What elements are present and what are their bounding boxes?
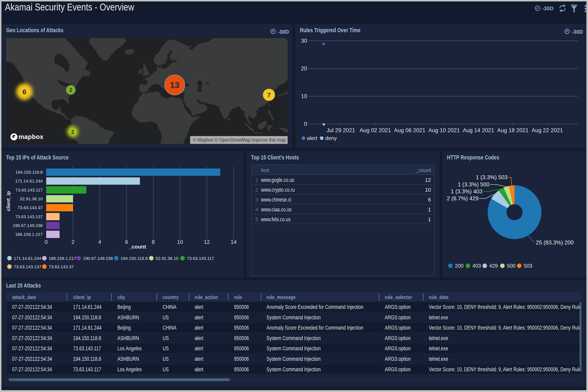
svg-text:0: 0: [304, 121, 307, 127]
svg-text:186.159.1.217: 186.159.1.217: [49, 256, 76, 261]
svg-text:2: 2: [72, 239, 74, 245]
svg-text:1 (3.3%) 403: 1 (3.3%) 403: [451, 188, 482, 194]
svg-text:73.63.143.137: 73.63.143.137: [14, 264, 41, 269]
svg-text:171.14.61.244: 171.14.61.244: [15, 178, 43, 183]
svg-text:13: 13: [170, 80, 180, 90]
svg-text:429: 429: [489, 263, 498, 269]
svg-text:2: 2: [71, 129, 74, 135]
svg-text:186.159.1.217: 186.159.1.217: [15, 232, 43, 237]
svg-text:mapbox: mapbox: [19, 133, 44, 140]
svg-text:403: 403: [472, 263, 481, 269]
svg-text:73.63.143.37: 73.63.143.37: [49, 264, 74, 269]
svg-text:2: 2: [69, 87, 72, 93]
svg-text:500: 500: [507, 263, 515, 269]
svg-text:190.67.149.238: 190.67.149.238: [83, 256, 113, 261]
svg-text:503: 503: [524, 263, 532, 269]
svg-text:4: 4: [98, 239, 101, 245]
svg-text:Jul 29 2021: Jul 29 2021: [326, 127, 355, 134]
svg-text:1 (3.3%) 503: 1 (3.3%) 503: [476, 174, 507, 180]
svg-text:200: 200: [455, 263, 464, 269]
svg-text:194.150.118.8: 194.150.118.8: [16, 170, 43, 174]
svg-text:alert: alert: [307, 135, 317, 141]
svg-text:194.150.118.8: 194.150.118.8: [121, 256, 148, 261]
svg-text:6: 6: [125, 239, 128, 245]
svg-text:Aug 10 2021: Aug 10 2021: [428, 127, 460, 134]
svg-text:73.63.143.37: 73.63.143.37: [18, 205, 43, 210]
svg-text:© Mapbox © OpenStreetMap Impro: © Mapbox © OpenStreetMap Improve this ma…: [193, 137, 286, 143]
svg-text:73.63.143.117: 73.63.143.117: [187, 256, 214, 261]
svg-text:Aug 02 2021: Aug 02 2021: [359, 127, 391, 134]
svg-text:73.63.143.117: 73.63.143.117: [16, 188, 43, 192]
svg-text:52.91.36.10: 52.91.36.10: [156, 256, 178, 261]
svg-text:-30D: -30D: [542, 5, 553, 12]
svg-text:10: 10: [301, 93, 307, 99]
svg-text:6: 6: [23, 88, 27, 96]
svg-text:8: 8: [152, 239, 155, 245]
svg-text:20: 20: [301, 66, 307, 72]
svg-text:12: 12: [204, 239, 210, 245]
svg-text:73.63.143.137: 73.63.143.137: [15, 214, 43, 219]
svg-text:Aug 14 2021: Aug 14 2021: [463, 127, 494, 134]
svg-text:7: 7: [267, 92, 271, 98]
svg-text:14: 14: [231, 239, 237, 245]
svg-text:client_ip: client_ip: [6, 191, 11, 211]
svg-text:1 (3.3%) 500: 1 (3.3%) 500: [458, 182, 489, 188]
svg-text:Aug 06 2021: Aug 06 2021: [394, 127, 425, 134]
svg-text:190.67.149.238: 190.67.149.238: [13, 223, 43, 228]
svg-text:52.91.36.10: 52.91.36.10: [20, 196, 43, 201]
svg-text:171.14.61.244: 171.14.61.244: [14, 256, 42, 261]
svg-text:deny: deny: [325, 135, 337, 141]
svg-text:25 (83.3%) 200: 25 (83.3%) 200: [536, 240, 574, 246]
svg-text:Aug 18 2021: Aug 18 2021: [497, 127, 528, 134]
svg-text:Aug 22 2021: Aug 22 2021: [531, 127, 563, 134]
svg-text:30: 30: [301, 38, 307, 44]
svg-text:_count: _count: [128, 244, 146, 250]
svg-text:0: 0: [45, 239, 48, 245]
svg-text:10: 10: [177, 239, 183, 245]
svg-text:2 (6.7%) 429: 2 (6.7%) 429: [447, 196, 478, 202]
